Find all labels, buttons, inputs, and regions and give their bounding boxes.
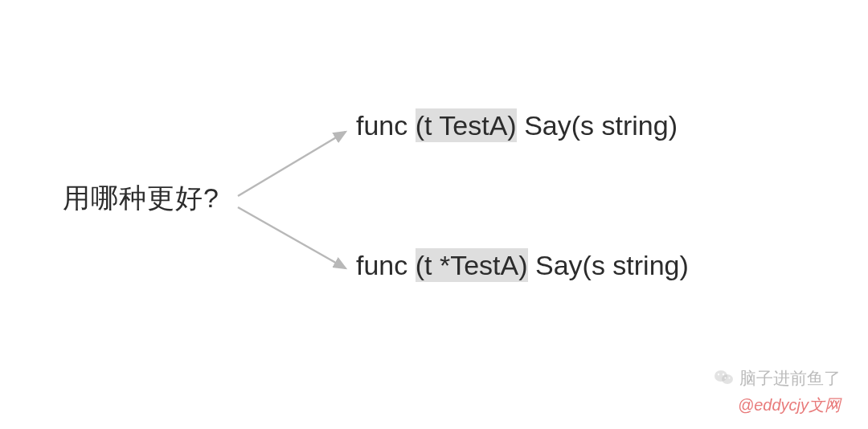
code2-receiver: (t *TestA) bbox=[416, 248, 528, 282]
svg-point-7 bbox=[723, 374, 724, 375]
svg-point-8 bbox=[725, 378, 727, 379]
arrow-down bbox=[231, 196, 360, 284]
wechat-icon bbox=[714, 369, 735, 390]
code2-prefix: func bbox=[356, 250, 416, 280]
arrow-up bbox=[231, 119, 360, 207]
svg-line-3 bbox=[238, 207, 346, 268]
watermark-wechat-text: 脑子进前鱼了 bbox=[739, 369, 841, 387]
watermark-wechat: 脑子进前鱼了 bbox=[714, 367, 841, 390]
code-option-1: func (t TestA) Say(s string) bbox=[356, 110, 678, 141]
code1-prefix: func bbox=[356, 110, 416, 141]
svg-point-9 bbox=[729, 378, 731, 379]
svg-point-6 bbox=[718, 374, 719, 375]
code1-suffix: Say(s string) bbox=[517, 110, 678, 141]
code2-suffix: Say(s string) bbox=[528, 250, 689, 280]
svg-line-1 bbox=[238, 132, 346, 196]
code-option-2: func (t *TestA) Say(s string) bbox=[356, 250, 689, 281]
watermark-handle: @eddycjy文网 bbox=[738, 394, 841, 416]
svg-point-5 bbox=[722, 374, 733, 384]
code1-receiver: (t TestA) bbox=[416, 108, 517, 142]
question-text: 用哪种更好? bbox=[63, 180, 219, 217]
